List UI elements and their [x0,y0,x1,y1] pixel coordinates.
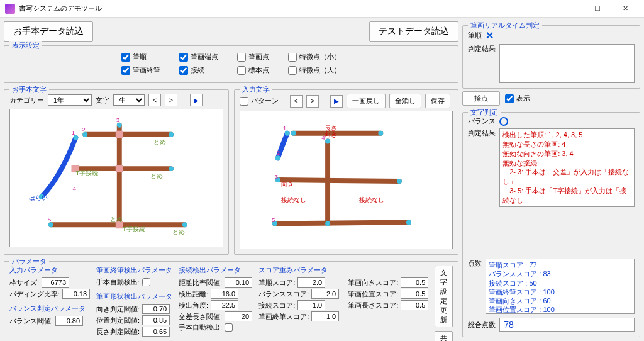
svg-text:向き: 向き [325,131,337,138]
svg-text:はらい: はらい [29,194,48,201]
svg-text:接続なし: 接続なし [280,196,306,203]
judge-result-label: 判定結果 [468,128,496,138]
model-next-button[interactable]: > [165,94,177,106]
svg-text:とめ: とめ [153,138,166,145]
endstroke-auto-check[interactable] [142,278,150,286]
svg-point-0 [73,135,78,140]
svg-text:1: 1 [282,125,286,131]
judge-result-box: 検出した筆順: 1, 2, 4, 3, 5 無効な長さの筆画: 4 無効な向きの… [499,128,635,207]
connect-params-legend: 接続検出パラメータ [179,266,252,275]
chk-sample[interactable]: 標本点 [237,65,269,75]
clear-button[interactable]: 全消し [389,94,421,108]
maximize-button[interactable]: ☐ [584,0,611,18]
realtime-legend: 筆画リアルタイム判定 [468,21,542,30]
input-play-button[interactable]: ▶ [330,95,343,108]
display-settings-group: 表示設定 筆順 筆画端点 筆画点 特徴点（小） 筆画終筆 接続 標本点 特徴点（… [4,45,458,83]
char-label: 文字 [96,96,109,105]
svg-text:T字接続: T字接続 [123,225,145,232]
char-judge-legend: 文字判定 [468,108,501,117]
svg-text:3: 3 [274,173,278,180]
svg-point-6 [117,123,122,128]
w-end-input[interactable] [311,311,339,321]
input-prev-button[interactable]: < [290,95,303,108]
chk-order[interactable]: 筆順 [121,52,160,62]
svg-point-32 [325,139,330,144]
input-next-button[interactable]: > [306,95,319,108]
show-check[interactable]: 表示 [505,94,530,103]
svg-point-8 [48,222,53,227]
connect-ratio-input[interactable] [225,277,252,288]
connect-auto-check[interactable] [225,323,233,332]
minimize-button[interactable]: ─ [556,0,584,18]
load-model-button[interactable]: お手本データ読込 [4,21,93,42]
w-balance-input[interactable] [311,289,339,299]
x-mark-icon: ✕ [486,30,494,42]
model-play-button[interactable]: ▶ [190,94,203,106]
chk-feature-large[interactable]: 特徴点（大） [288,65,341,75]
rt-result-box [499,44,635,83]
total-label: 総合点数 [468,320,496,330]
close-button[interactable]: ✕ [611,0,639,18]
common-update-button[interactable]: 共通設定更新 [435,331,453,341]
input-char-group: 入力文字 パターン < > ▶ 一画戻し 全消し 保存 [234,89,459,255]
svg-text:2: 2 [82,126,86,133]
endstroke-params-legend: 筆画終筆検出パラメータ [96,266,172,275]
w-order-input[interactable] [297,277,325,288]
svg-point-33 [325,221,330,226]
char-select[interactable]: 生 [113,94,145,106]
model-prev-button[interactable]: < [148,94,161,106]
save-button[interactable]: 保存 [425,94,450,108]
weights-legend: スコア重みパラメータ [258,266,428,275]
rt-order-label: 筆順 [468,31,482,40]
app-icon [5,4,15,14]
chk-strokepoint[interactable]: 筆画点 [237,52,269,62]
w-connect-input[interactable] [297,300,325,310]
svg-text:とめ: とめ [110,216,123,223]
svg-text:4: 4 [72,185,76,192]
pattern-check[interactable]: パターン [240,96,279,106]
score-button[interactable]: 採点 [462,91,500,106]
shape-params-legend: 筆画形状検出パラメータ [96,292,172,301]
shape-pos-input[interactable] [142,315,170,325]
w-dir-input[interactable] [401,277,428,288]
svg-text:3: 3 [116,116,120,123]
score-box[interactable]: 筆順スコア : 77 バランススコア : 83 接続スコア : 50 筆画終筆ス… [486,259,635,314]
chk-connect[interactable]: 接続 [179,65,218,75]
svg-rect-10 [116,131,123,138]
char-update-button[interactable]: 文字設定更新 [435,266,453,327]
frame-size-input[interactable] [42,277,69,288]
params-group: パラメータ 入力パラメータ 枠サイズ: パディング比率: バランス判定パラメータ… [4,261,458,341]
svg-text:2: 2 [276,149,280,156]
input-params-legend: 入力パラメータ [9,266,90,275]
svg-point-29 [378,131,383,136]
svg-point-2 [82,132,87,137]
connect-cross-input[interactable] [225,311,252,321]
chk-endstroke[interactable]: 筆画終筆 [121,65,160,75]
svg-text:5: 5 [48,216,52,223]
svg-text:とめ: とめ [150,172,163,179]
connect-dist-input[interactable] [211,289,238,299]
svg-point-31 [397,179,402,184]
load-test-button[interactable]: テストデータ読込 [369,21,458,42]
w-len-input[interactable] [401,300,428,310]
shape-len-input[interactable] [142,327,170,337]
model-char-group: お手本文字 カテゴリー 1年 文字 生 < > ▶ [4,89,229,255]
category-select[interactable]: 1年 [48,94,92,106]
shape-dir-input[interactable] [142,304,170,314]
display-settings-legend: 表示設定 [9,41,42,50]
w-pos-input[interactable] [401,289,428,299]
input-legend: 入力文字 [240,85,272,94]
chk-feature-small[interactable]: 特徴点（小） [288,52,341,62]
char-judge-group: 文字判定 バランス 判定結果 検出した筆順: 1, 2, 4, 3, 5 無効な… [462,112,640,337]
padding-input[interactable] [62,289,90,299]
connect-angle-input[interactable] [211,300,238,310]
balance-label: バランス [468,116,496,126]
chk-endpoint[interactable]: 筆画端点 [179,52,218,62]
window-title: 書写システムのデモツール [19,4,556,13]
balance-threshold-input[interactable] [55,316,83,326]
svg-point-3 [169,132,174,137]
undo-button[interactable]: 一画戻し [347,94,386,108]
category-label: カテゴリー [9,96,44,105]
svg-text:T字接続: T字接続 [75,169,98,176]
input-canvas[interactable]: 12 34 5 長さ向き 向き 接続なし接続なし [240,111,453,249]
